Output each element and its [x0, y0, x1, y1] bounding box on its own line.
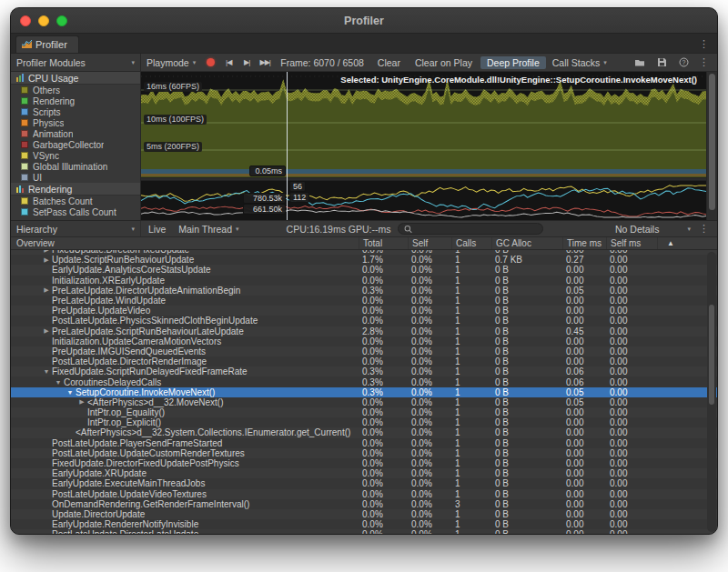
prev-frame-button[interactable]: |◀ — [220, 55, 237, 70]
table-row[interactable]: ▶PreLateUpdate.DirectorUpdateAnimationBe… — [11, 286, 717, 296]
legend-item[interactable]: Rendering — [11, 95, 140, 106]
column-gc-alloc[interactable]: GC Alloc — [491, 237, 562, 249]
column-tail: ▲ — [657, 237, 717, 249]
collapse-icon[interactable]: ▼ — [53, 379, 64, 386]
zoom-button[interactable] — [56, 15, 67, 26]
table-row[interactable]: PostLateUpdate.DirectorLateUpdate0.0%0.0… — [11, 529, 717, 534]
expand-icon[interactable]: ▶ — [41, 256, 52, 264]
rendering-chart[interactable]: 56 112 780.53k 661.50k — [141, 181, 706, 220]
table-row[interactable]: EarlyUpdate.AnalyticsCoreStatsUpdate0.0%… — [11, 265, 717, 275]
expand-icon[interactable]: ▶ — [41, 250, 52, 254]
cell-total: 0.0% — [359, 438, 408, 448]
legend-item[interactable]: GarbageCollector — [11, 139, 140, 150]
details-view-dropdown[interactable]: No Details ▾ — [610, 221, 696, 236]
chart-scrollbar-thumb[interactable] — [709, 74, 715, 210]
cpu-usage-chart[interactable]: Selected: UnityEngine.CoreModule.dll!Uni… — [141, 72, 706, 177]
chart-area[interactable]: Selected: UnityEngine.CoreModule.dll!Uni… — [141, 72, 706, 220]
details-menu-icon[interactable]: ⋮ — [696, 223, 712, 235]
table-row[interactable]: PreUpdate.UpdateVideo0.0%0.0%10 B0.000.0… — [11, 306, 717, 316]
table-row[interactable]: OnDemandRendering.GetRenderFrameInterval… — [11, 499, 717, 509]
table-row[interactable]: Update.DirectorUpdate0.0%0.0%10 B0.000.0… — [11, 509, 717, 519]
table-row[interactable]: IntPtr.op_Explicit()0.0%0.0%10 B0.000.00 — [11, 417, 717, 427]
legend-label: Physics — [33, 118, 64, 128]
chart-scrollbar[interactable] — [706, 72, 717, 220]
current-frame-button[interactable]: ▶▶| — [257, 55, 273, 70]
table-row[interactable]: ▶PreLateUpdate.ScriptRunBehaviourLateUpd… — [11, 326, 717, 336]
column-calls[interactable]: Calls — [451, 237, 491, 249]
module-header-cpu-usage[interactable]: CPU Usage — [11, 72, 140, 85]
chevron-down-icon: ▾ — [131, 59, 135, 66]
tab-menu-icon[interactable]: ⋮ — [699, 38, 709, 50]
deep-profile-toggle[interactable]: Deep Profile — [480, 56, 546, 69]
table-row[interactable]: <AfterPhysics>d__32.System.Collections.I… — [11, 427, 717, 437]
table-row[interactable]: EarlyUpdate.XRUpdate0.0%0.0%10 B0.000.00 — [11, 468, 717, 478]
collapse-icon[interactable]: ▼ — [65, 389, 76, 396]
table-row[interactable]: PostLateUpdate.DirectorRenderImage0.0%0.… — [11, 356, 717, 366]
clear-button[interactable]: Clear — [371, 56, 407, 69]
table-row[interactable]: ▶<AfterPhysics>d__32.MoveNext()0.0%0.0%1… — [11, 397, 717, 407]
clear-on-play-toggle[interactable]: Clear on Play — [409, 56, 479, 69]
search-input[interactable] — [417, 224, 538, 234]
thread-dropdown[interactable]: Main Thread ▾ — [173, 221, 244, 236]
table-row[interactable]: ▼FixedUpdate.ScriptRunDelayedFixedFrameR… — [11, 366, 717, 376]
table-row[interactable]: EarlyUpdate.ExecuteMainThreadJobs0.0%0.0… — [11, 478, 717, 488]
legend-item[interactable]: UI — [11, 172, 140, 183]
scroll-up-icon[interactable]: ▲ — [667, 239, 674, 247]
legend-item[interactable]: SetPass Calls Count — [11, 206, 140, 217]
cell-selfms: 0.00 — [606, 509, 657, 519]
table-scrollbar[interactable] — [707, 252, 716, 532]
column-overview[interactable]: Overview — [11, 238, 359, 248]
table-row[interactable]: ▼CoroutinesDelayedCalls0.3%0.0%10 B0.060… — [11, 376, 717, 386]
tab-profiler[interactable]: Profiler — [15, 35, 79, 53]
column-self-ms[interactable]: Self ms — [606, 237, 657, 249]
table-row[interactable]: PreLateUpdate.WindUpdate0.0%0.0%10 B0.00… — [11, 296, 717, 306]
table-row[interactable]: Initialization.UpdateCameraMotionVectors… — [11, 336, 717, 346]
table-row[interactable]: EarlyUpdate.RendererNotifyInvisible0.0%0… — [11, 519, 717, 529]
table-row[interactable]: ▶Update.ScriptRunBehaviourUpdate1.7%0.0%… — [11, 255, 717, 265]
view-mode-dropdown[interactable]: Hierarchy ▾ — [11, 221, 141, 236]
legend-item[interactable]: Physics — [11, 117, 140, 128]
table-scrollbar-thumb[interactable] — [709, 305, 714, 405]
column-self[interactable]: Self — [408, 237, 451, 249]
module-header-rendering[interactable]: Rendering — [11, 183, 140, 196]
minimize-button[interactable] — [38, 15, 49, 26]
table-row[interactable]: PreUpdate.IMGUISendQueuedEvents0.0%0.0%1… — [11, 346, 717, 356]
load-button[interactable] — [632, 55, 648, 70]
live-toggle[interactable]: Live — [141, 224, 173, 235]
cell-calls: 1 — [451, 366, 491, 376]
column-time-ms[interactable]: Time ms — [562, 237, 606, 249]
cell-calls: 1 — [451, 326, 491, 336]
save-button[interactable] — [653, 55, 670, 70]
table-row[interactable]: PostLateUpdate.PlayerSendFrameStarted0.0… — [11, 438, 717, 448]
table-row[interactable]: ▼SetupCoroutine.InvokeMoveNext()0.3%0.0%… — [11, 387, 717, 397]
table-row[interactable]: IntPtr.op_Equality()0.0%0.0%10 B0.000.00 — [11, 407, 717, 417]
legend-item[interactable]: Batches Count — [11, 196, 140, 206]
table-row[interactable]: FixedUpdate.DirectorFixedUpdatePostPhysi… — [11, 458, 717, 468]
legend-item[interactable]: Animation — [11, 128, 140, 139]
playmode-dropdown[interactable]: Playmode ▾ — [141, 54, 201, 71]
profiler-modules-dropdown[interactable]: Profiler Modules ▾ — [11, 54, 141, 71]
titlebar[interactable]: Profiler — [11, 8, 717, 34]
search-field[interactable] — [398, 223, 543, 235]
table-row[interactable]: PostLateUpdate.UpdateVideoTextures0.0%0.… — [11, 489, 717, 499]
expand-icon[interactable]: ▶ — [41, 327, 52, 335]
cell-selfms: 0.00 — [606, 397, 657, 407]
legend-item[interactable]: Global Illumination — [11, 161, 140, 172]
column-total[interactable]: Total — [359, 237, 408, 249]
legend-item[interactable]: Others — [11, 85, 140, 95]
record-button[interactable] — [202, 55, 218, 70]
frame-scrubber[interactable] — [287, 72, 288, 220]
collapse-icon[interactable]: ▼ — [41, 368, 52, 375]
table-row[interactable]: PostLateUpdate.PhysicsSkinnedClothBeginU… — [11, 316, 717, 326]
toolbar-menu-icon[interactable]: ⋮ — [696, 56, 712, 68]
legend-item[interactable]: Scripts — [11, 106, 140, 117]
table-row[interactable]: Initialization.XREarlyUpdate0.0%0.0%10 B… — [11, 276, 717, 286]
help-button[interactable]: ? — [675, 55, 692, 70]
expand-icon[interactable]: ▶ — [76, 398, 87, 406]
call-stacks-dropdown[interactable]: Call Stacks ▾ — [547, 54, 612, 71]
legend-item[interactable]: VSync — [11, 150, 140, 161]
expand-icon[interactable]: ▶ — [41, 286, 52, 294]
table-row[interactable]: PostLateUpdate.UpdateCustomRenderTexture… — [11, 448, 717, 458]
close-button[interactable] — [20, 15, 31, 26]
next-frame-button[interactable]: ▶| — [238, 55, 255, 70]
